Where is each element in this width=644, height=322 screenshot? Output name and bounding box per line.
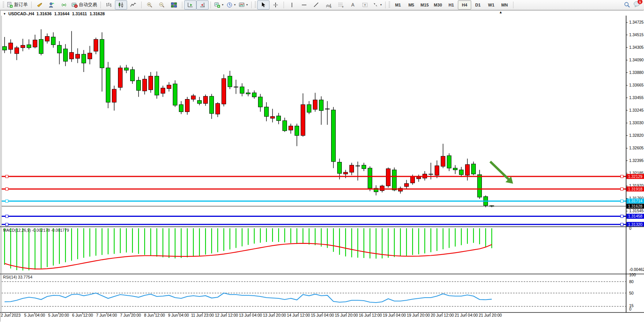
dropdown-arrow-icon: ▾ [234, 3, 236, 6]
candle [173, 80, 177, 107]
price-axis-label: 1.34305 [629, 45, 644, 50]
price-axis-label: 1.33245 [629, 108, 644, 112]
timeframe-button-H1[interactable]: H1 [445, 0, 458, 10]
periods-button[interactable]: ▾ [225, 0, 237, 10]
chart-background [0, 11, 644, 322]
candle [368, 166, 372, 191]
time-axis-label: 6 Jun 12:00 [72, 313, 93, 317]
time-axis-label: 14 Jun 12:00 [287, 313, 310, 317]
zoom-in-button[interactable] [143, 0, 156, 10]
new-order-label: 新订单 [14, 2, 28, 8]
new-order-button[interactable]: 新订单 [5, 0, 29, 10]
vertical-line-tool-button[interactable] [286, 0, 298, 10]
line-handle[interactable] [621, 223, 623, 226]
chart-title-bar: ▼ USDCAD-,H4 1.31636 1.31644 1.31611 1.3… [3, 11, 105, 16]
time-axis-label: 11 Jun 23:00 [191, 313, 214, 317]
signals-button[interactable] [58, 0, 70, 10]
toolbar-grip [3, 2, 4, 8]
line-handle[interactable] [621, 200, 623, 202]
line-handle[interactable] [621, 175, 623, 178]
text-label-tool-button[interactable]: T [359, 0, 371, 10]
templates-button[interactable]: ▾ [237, 0, 249, 10]
time-axis-label: 19 Jun 04:00 [383, 313, 406, 317]
clock-icon [226, 2, 233, 8]
line-handle[interactable] [6, 223, 8, 226]
indicators-icon [214, 2, 220, 8]
line-handle[interactable] [621, 187, 623, 190]
macd-axis-zero: 0 [629, 226, 631, 231]
notification-badge: 1 [638, 0, 642, 4]
price-axis-label: 1.33030 [629, 120, 644, 125]
time-axis-label: 2 Jun 2023 [1, 313, 21, 317]
time-axis-label: 15 Jun 20:00 [335, 313, 358, 317]
line-chart-button[interactable] [127, 0, 139, 10]
text-tool-button[interactable]: A [347, 0, 359, 10]
candle [392, 168, 397, 191]
template-icon [239, 2, 245, 8]
profile-button[interactable] [46, 0, 58, 10]
chart-symbol-period: USDCAD-,H4 [8, 11, 34, 16]
price-axis-label: 1.32605 [629, 146, 644, 150]
price-axis-label: 1.34515 [629, 32, 644, 37]
autotrading-label: 自动交易 [79, 2, 97, 8]
scroll-marker-icon[interactable]: ▲ [499, 10, 502, 14]
timeframe-toolbar: M1M5M15M30H1H4D1W1MN [391, 0, 511, 10]
arrows-shapes-icon [373, 2, 379, 8]
price-line-label: 1.31628 [628, 204, 642, 208]
line-handle[interactable] [621, 215, 623, 218]
svg-text:E: E [330, 6, 332, 8]
timeframe-button-M5[interactable]: M5 [405, 0, 418, 10]
timeframe-button-M30[interactable]: M30 [431, 0, 445, 10]
time-axis-label: 20 Jun 12:00 [431, 313, 454, 317]
chevron-down-icon[interactable]: ▼ [3, 12, 6, 16]
autotrading-button[interactable]: 自动交易 [70, 0, 99, 10]
candlestick-chart-icon [118, 2, 124, 8]
search-icon[interactable] [624, 2, 630, 8]
toolbar-separator [141, 2, 142, 8]
line-handle[interactable] [6, 175, 8, 178]
toolbar-separator [210, 2, 211, 8]
line-handle[interactable] [6, 215, 8, 218]
chart-canvas[interactable]: 1.347251.345151.343051.340901.338801.336… [0, 0, 644, 322]
indicators-button[interactable]: ▾ [213, 0, 225, 10]
horizontal-line-icon [301, 2, 307, 8]
candlestick-chart-button[interactable] [115, 0, 127, 10]
line-handle[interactable] [6, 200, 8, 202]
rsi-axis-label: 80 [629, 279, 634, 284]
bar-chart-button[interactable] [103, 0, 115, 10]
toolbar-separator [513, 2, 513, 8]
quotes-button[interactable] [33, 0, 46, 10]
horizontal-line-tool-button[interactable] [298, 0, 310, 10]
auto-scroll-button[interactable] [184, 0, 196, 10]
timeframe-button-M1[interactable]: M1 [391, 0, 405, 10]
arrows-tool-button[interactable]: ▾ [371, 0, 383, 10]
chart-shift-button[interactable] [196, 0, 209, 10]
zoom-out-button[interactable] [156, 0, 168, 10]
line-handle[interactable] [6, 187, 8, 190]
fibonacci-tool-button[interactable]: F [335, 0, 347, 10]
equidistant-channel-tool-button[interactable]: E [322, 0, 335, 10]
cursor-tool-button[interactable] [257, 0, 269, 10]
ohlc-high: 1.31644 [54, 11, 70, 16]
time-axis-label: 7 Jun 04:00 [96, 313, 117, 317]
svg-text:T: T [364, 3, 366, 7]
svg-text:F: F [342, 6, 344, 8]
vertical-line-icon [289, 2, 295, 8]
trendline-tool-button[interactable] [310, 0, 322, 10]
time-axis-label: 21 Jun 20:00 [479, 313, 502, 317]
time-axis-label: 13 Jun 04:00 [239, 313, 262, 317]
timeframe-button-H4[interactable]: H4 [458, 0, 471, 10]
dropdown-arrow-icon: ▾ [246, 3, 248, 6]
time-axis-label: 19 Jun 20:00 [407, 313, 430, 317]
toolbar-separator [385, 2, 386, 8]
zoom-out-icon [159, 2, 165, 8]
time-axis-label: 8 Jun 12:00 [144, 313, 165, 317]
price-line-label: 1.31918 [628, 187, 642, 191]
timeframe-button-M15[interactable]: M15 [418, 0, 431, 10]
timeframe-button-MN[interactable]: MN [498, 0, 511, 10]
timeframe-button-D1[interactable]: D1 [471, 0, 485, 10]
timeframe-button-W1[interactable]: W1 [485, 0, 498, 10]
tile-windows-button[interactable] [168, 0, 180, 10]
crosshair-tool-button[interactable] [269, 0, 282, 10]
notifications-button[interactable]: 1 [633, 1, 640, 9]
